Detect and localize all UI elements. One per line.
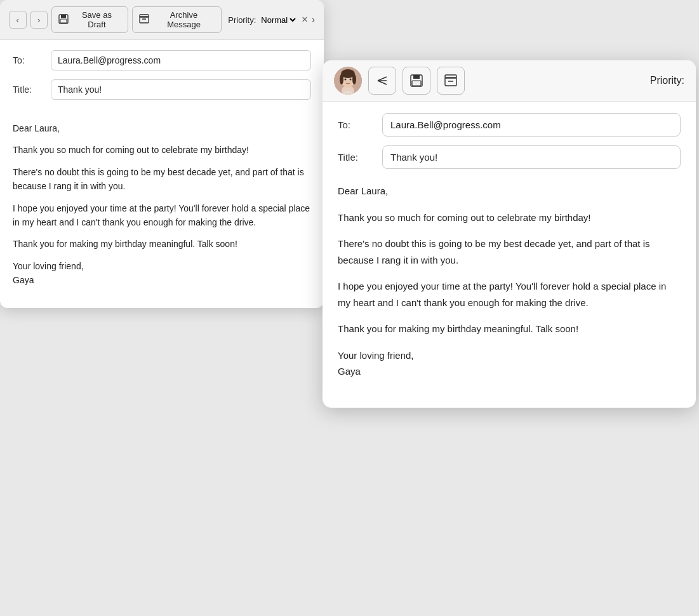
priority-control: Priority: Normal High Low <box>228 15 298 25</box>
title-input[interactable] <box>51 79 311 100</box>
front-title-label: Title: <box>338 152 382 163</box>
back-nav-prev[interactable]: ‹ <box>9 11 27 29</box>
save-as-draft-button[interactable]: Save as Draft <box>51 6 128 33</box>
front-paragraph-2: There's no doubt this is going to be my … <box>338 236 681 268</box>
title-label: Title: <box>13 84 51 95</box>
paragraph-3: I hope you enjoyed your time at the part… <box>13 201 311 230</box>
svg-rect-2 <box>60 19 67 23</box>
front-title-input[interactable] <box>382 145 681 169</box>
forward-nav-button[interactable]: › <box>312 14 315 25</box>
front-save-button[interactable] <box>403 67 430 95</box>
archive-message-label: Archive Message <box>153 10 215 29</box>
floppy-disk-icon <box>58 14 69 26</box>
front-form: To: Title: <box>323 102 696 169</box>
front-archive-button[interactable] <box>437 67 465 95</box>
front-title-row: Title: <box>338 145 681 169</box>
close-button[interactable]: × <box>302 14 307 25</box>
archive-icon <box>139 14 149 26</box>
paragraph-1: Thank you so much for coming out to cele… <box>13 143 311 157</box>
archive-message-button[interactable]: Archive Message <box>132 6 222 33</box>
back-email-window: ‹ › Save as Draft Archive Message <box>0 0 324 308</box>
svg-rect-1 <box>61 15 66 18</box>
avatar <box>334 67 362 95</box>
svg-rect-4 <box>140 15 149 17</box>
back-body: Dear Laura, Thank you so much for coming… <box>0 119 324 308</box>
back-form: To: Title: <box>0 40 324 119</box>
front-to-row: To: <box>338 113 681 137</box>
front-toolbar: Priority: <box>323 60 696 102</box>
svg-point-13 <box>350 79 352 81</box>
front-paragraph-4: Thank you for making my birthday meaning… <box>338 321 681 337</box>
priority-label: Priority: <box>228 15 256 25</box>
svg-point-11 <box>352 74 356 84</box>
back-nav-next[interactable]: › <box>30 11 48 29</box>
to-label: To: <box>13 55 51 65</box>
front-closing: Your loving friend, Gaya <box>338 347 681 380</box>
save-as-draft-label: Save as Draft <box>72 10 121 29</box>
svg-rect-16 <box>412 81 421 86</box>
closing: Your loving friend, Gaya <box>13 259 311 288</box>
svg-rect-15 <box>413 75 420 79</box>
front-body: Dear Laura, Thank you so much for coming… <box>323 178 696 408</box>
svg-point-12 <box>345 79 347 81</box>
send-button[interactable] <box>368 67 396 95</box>
svg-point-10 <box>340 74 343 84</box>
front-greeting: Dear Laura, <box>338 183 681 199</box>
front-to-label: To: <box>338 119 382 130</box>
front-to-input[interactable] <box>382 113 681 137</box>
title-row: Title: <box>13 79 311 100</box>
priority-select[interactable]: Normal High Low <box>258 15 298 25</box>
front-paragraph-3: I hope you enjoyed your time at the part… <box>338 278 681 311</box>
front-paragraph-1: Thank you so much for coming out to cele… <box>338 210 681 226</box>
front-priority-label: Priority: <box>650 75 684 86</box>
to-row: To: <box>13 50 311 70</box>
to-input[interactable] <box>51 50 311 70</box>
paragraph-2: There's no doubt this is going to be my … <box>13 165 311 194</box>
front-email-window: Priority: To: Title: Dear Laura, Thank y… <box>323 60 696 408</box>
paragraph-4: Thank you for making my birthday meaning… <box>13 237 311 251</box>
back-toolbar: ‹ › Save as Draft Archive Message <box>0 0 324 40</box>
greeting: Dear Laura, <box>13 121 311 135</box>
